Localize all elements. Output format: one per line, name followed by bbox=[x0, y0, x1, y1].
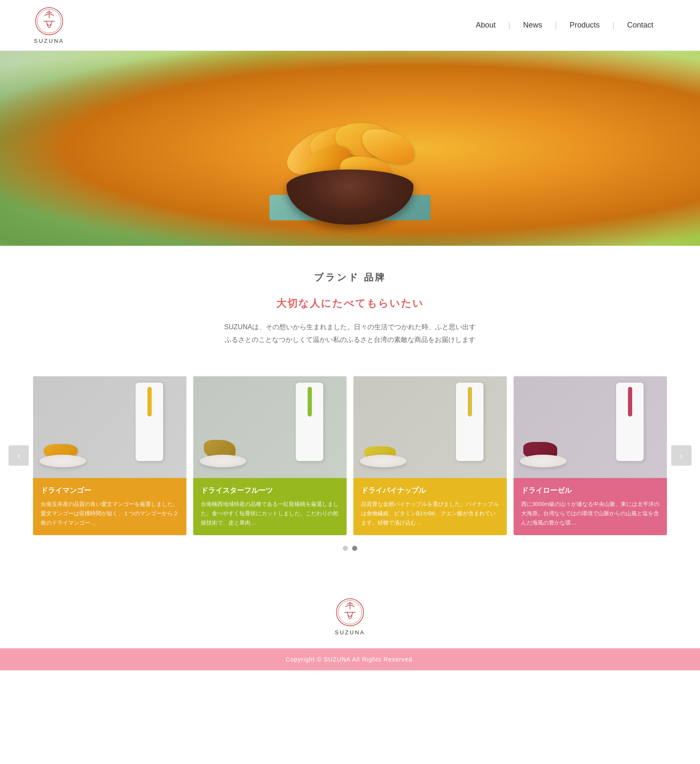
plate-mango bbox=[39, 444, 86, 467]
plate-dish-roselle bbox=[520, 455, 567, 467]
product-card-mango[interactable]: ドライマンゴー 台南玉井産の品質の良い愛文マンゴーを厳選しました。愛文マンゴーは… bbox=[33, 376, 186, 535]
plate-dish-pineapple bbox=[360, 455, 406, 467]
product-image-roselle bbox=[514, 376, 667, 478]
carousel-next-button[interactable]: › bbox=[671, 445, 692, 466]
brand-description: SUZUNAは、その想いから生まれました。日々の生活でつかれた時、ふと思い出すふ… bbox=[223, 321, 477, 347]
nav-products[interactable]: Products bbox=[557, 21, 612, 30]
main-nav: About | News | Products | Contact bbox=[463, 21, 666, 30]
pkg-tab-roselle bbox=[628, 387, 632, 417]
carousel-prev-button[interactable]: ‹ bbox=[8, 445, 29, 466]
carousel-dot-1[interactable] bbox=[343, 546, 348, 551]
product-card-starfruit[interactable]: ドライスターフルーツ 台南楠西地域特産の品種である一紅龍楊桃を厳選しました。食べ… bbox=[193, 376, 347, 535]
carousel-wrapper: ‹ ドライマンゴー 台南玉井産の品質の良い愛文マンゴーを厳選しました。愛文マン bbox=[0, 376, 700, 535]
nav-contact[interactable]: Contact bbox=[614, 21, 666, 30]
brand-title: ブランド 品牌 bbox=[8, 271, 692, 284]
plate-starfruit bbox=[200, 440, 246, 467]
plate-pineapple bbox=[360, 446, 406, 467]
product-image-starfruit bbox=[193, 376, 347, 478]
pkg-tab-mango bbox=[147, 387, 152, 417]
product-image-mango bbox=[33, 376, 186, 478]
logo-text: SUZUNA bbox=[34, 38, 64, 44]
footer-logo-icon bbox=[335, 597, 365, 627]
carousel-dots bbox=[0, 546, 700, 551]
product-name-mango: ドライマンゴー bbox=[41, 486, 179, 495]
product-card-roselle[interactable]: ドライローゼル 西に3000m級の山々が連なる中央山脈、東には太平洋の大海原。台… bbox=[514, 376, 667, 535]
product-image-pineapple bbox=[353, 376, 507, 478]
carousel-section: ‹ ドライマンゴー 台南玉井産の品質の良い愛文マンゴーを厳選しました。愛文マン bbox=[0, 364, 700, 576]
product-name-roselle: ドライローゼル bbox=[521, 486, 659, 495]
pkg-mango bbox=[136, 383, 163, 461]
product-info-roselle: ドライローゼル 西に3000m級の山々が連なる中央山脈、東には太平洋の大海原。台… bbox=[514, 478, 667, 535]
hero-section bbox=[0, 51, 700, 246]
product-info-pineapple: ドライパイナップル 品質豊な金鑚パイナップルを選びました。パイナップルは食物繊維… bbox=[353, 478, 507, 535]
footer-logo-section: SUZUNA bbox=[0, 576, 700, 648]
brand-section: ブランド 品牌 大切な人にたべてもらいたい SUZUNAは、その想いから生まれま… bbox=[0, 246, 700, 364]
product-info-mango: ドライマンゴー 台南玉井産の品質の良い愛文マンゴーを厳選しました。愛文マンゴーは… bbox=[33, 478, 186, 535]
brand-subtitle: 大切な人にたべてもらいたい bbox=[8, 297, 692, 310]
product-desc-roselle: 西に3000m級の山々が連なる中央山脈、東には太平洋の大海原。台湾ならではの環境… bbox=[521, 500, 659, 528]
carousel-track: ドライマンゴー 台南玉井産の品質の良い愛文マンゴーを厳選しました。愛文マンゴーは… bbox=[29, 376, 671, 535]
product-desc-pineapple: 品質豊な金鑚パイナップルを選びました。パイナップルは食物繊維、ビタミンB1やB6… bbox=[361, 500, 499, 528]
footer-logo-text: SUZUNA bbox=[335, 629, 365, 636]
pkg-starfruit bbox=[296, 383, 323, 461]
footer-bar: Copyright © SUZUNA All Rights Reserved. bbox=[0, 648, 700, 670]
footer-copyright: Copyright © SUZUNA All Rights Reserved. bbox=[8, 656, 692, 663]
nav-news[interactable]: News bbox=[511, 21, 555, 30]
product-card-pineapple[interactable]: ドライパイナップル 品質豊な金鑚パイナップルを選びました。パイナップルは食物繊維… bbox=[353, 376, 507, 535]
plate-dish-starfruit bbox=[200, 455, 246, 467]
plate-roselle bbox=[520, 442, 567, 467]
product-desc-starfruit: 台南楠西地域特産の品種である一紅龍楊桃を厳選しました。食べやすく短冊状にカットし… bbox=[201, 500, 339, 528]
product-desc-mango: 台南玉井産の品質の良い愛文マンゴーを厳選しました。愛文マンゴーは収穫時間が短く、… bbox=[41, 500, 179, 528]
pkg-pineapple bbox=[456, 383, 483, 461]
logo-icon bbox=[34, 6, 64, 36]
header: SUZUNA About | News | Products | Contact bbox=[0, 0, 700, 51]
pkg-tab-pineapple bbox=[468, 387, 472, 417]
pkg-tab-starfruit bbox=[308, 387, 312, 417]
product-info-starfruit: ドライスターフルーツ 台南楠西地域特産の品種である一紅龍楊桃を厳選しました。食べ… bbox=[193, 478, 347, 535]
pkg-roselle bbox=[616, 383, 644, 461]
hero-image bbox=[261, 97, 439, 225]
plate-dish-mango bbox=[39, 455, 86, 467]
logo[interactable]: SUZUNA bbox=[34, 6, 64, 44]
nav-about[interactable]: About bbox=[463, 21, 508, 30]
product-name-starfruit: ドライスターフルーツ bbox=[201, 486, 339, 495]
product-name-pineapple: ドライパイナップル bbox=[361, 486, 499, 495]
carousel-dot-2[interactable] bbox=[352, 546, 357, 551]
